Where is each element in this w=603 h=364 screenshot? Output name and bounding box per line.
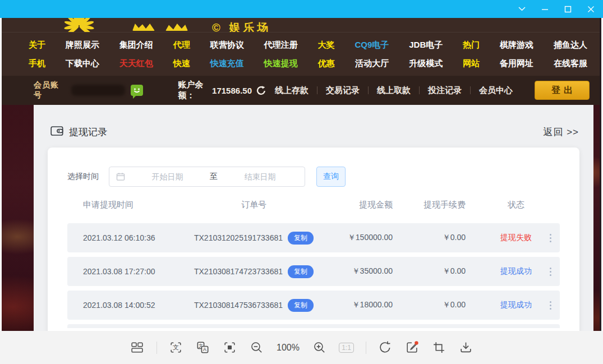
link-member-center[interactable]: 会员中心 xyxy=(471,85,521,96)
window-edge xyxy=(600,18,601,331)
minimize-icon[interactable] xyxy=(538,2,551,16)
nav-item[interactable]: 优惠 xyxy=(318,58,335,69)
one-to-one-button[interactable]: 1:1 xyxy=(339,340,355,356)
copy-button[interactable]: 复制 xyxy=(288,265,314,278)
row-actions-menu-icon[interactable] xyxy=(547,265,554,278)
nav-item[interactable]: 手机 xyxy=(29,58,45,69)
save-icon xyxy=(459,340,473,354)
filter-label: 选择时间 xyxy=(67,172,99,182)
table-row: 2021.03.12 06:10:36 TX210312025191733681… xyxy=(67,223,560,252)
nav-item[interactable]: JDB电子 xyxy=(409,40,443,50)
nav-item[interactable]: CQ9电子 xyxy=(355,40,389,50)
cell-apply-time: 2021.03.08 17:27:00 xyxy=(67,267,174,276)
nav-item[interactable]: 关于 xyxy=(29,40,45,50)
logout-button[interactable]: 登出 xyxy=(535,81,590,100)
link-online-withdrawal[interactable]: 线上取款 xyxy=(369,85,419,96)
nav-item[interactable]: 快速充值 xyxy=(210,58,244,69)
nav-column: 关于 手机 xyxy=(29,40,45,69)
app-window: © 娱乐场 关于 手机 牌照展示 下载中心 集团介绍 天天红包 xyxy=(0,0,603,364)
status-badge: 提现失败 xyxy=(491,233,541,243)
logo-suffix-text: © 娱乐场 xyxy=(212,20,271,32)
fit-screen-button[interactable] xyxy=(222,340,238,356)
copy-button[interactable]: 复制 xyxy=(288,232,314,245)
nav-item[interactable]: 在线客服 xyxy=(554,58,587,69)
nav-item[interactable]: 大奖 xyxy=(318,40,335,50)
nav-item[interactable]: 快速提现 xyxy=(264,58,298,69)
nav-item[interactable]: 捕鱼达人 xyxy=(554,40,587,50)
zoom-in-button[interactable] xyxy=(312,340,328,356)
date-range-picker[interactable]: 至 xyxy=(109,167,305,187)
logo-clipped-text-fragment xyxy=(165,24,188,31)
nav-item[interactable]: 下载中心 xyxy=(66,58,99,69)
nav-column: JDB电子 升级模式 xyxy=(409,40,443,69)
extract-text-button[interactable]: 文 xyxy=(168,340,184,356)
copy-button[interactable]: 复制 xyxy=(288,299,314,312)
fit-screen-icon xyxy=(223,340,237,354)
back-link[interactable]: 返回 >> xyxy=(543,126,579,139)
edit-button[interactable] xyxy=(404,340,420,356)
zoom-in-icon xyxy=(312,340,326,354)
nav-item[interactable]: 活动大厅 xyxy=(355,58,389,69)
cell-amount: ￥150000.00 xyxy=(334,233,421,243)
nav-item[interactable]: 天天红包 xyxy=(119,58,153,69)
maximize-icon[interactable] xyxy=(561,2,574,16)
nav-item[interactable]: 棋牌游戏 xyxy=(500,40,533,50)
member-account-label: 会员账号 xyxy=(34,80,65,100)
date-range-separator: 至 xyxy=(208,172,220,182)
site-header: © 娱乐场 关于 手机 牌照展示 下载中心 集团介绍 天天红包 xyxy=(2,18,600,76)
nav-item[interactable]: 代理注册 xyxy=(264,40,298,50)
nav-item[interactable]: 集团介绍 xyxy=(119,40,153,50)
nav-column: 代理 快速 xyxy=(173,40,190,69)
nav-column: 捕鱼达人 在线客服 xyxy=(554,40,587,69)
nav-item[interactable]: 快速 xyxy=(173,58,190,69)
link-online-deposit[interactable]: 线上存款 xyxy=(266,85,317,96)
nav-column: 大奖 优惠 xyxy=(318,40,335,69)
nav-item[interactable]: 网站 xyxy=(463,58,480,69)
cell-fee: ￥0.00 xyxy=(421,266,491,277)
multi-image-button[interactable] xyxy=(130,340,145,356)
nav-item[interactable]: 热门 xyxy=(463,40,480,50)
multi-image-icon xyxy=(130,340,144,354)
refresh-balance-icon[interactable] xyxy=(256,85,266,96)
translate-button[interactable]: 文 A xyxy=(195,340,211,356)
nav-item[interactable]: 代理 xyxy=(173,40,190,50)
crop-button[interactable] xyxy=(431,340,447,356)
nav-item[interactable]: 升级模式 xyxy=(409,58,443,69)
table-row: 2021.03.08 14:00:52 TX210308147536733681… xyxy=(67,291,560,320)
nav-item[interactable]: 联营协议 xyxy=(210,40,244,50)
row-actions-menu-icon[interactable] xyxy=(547,299,554,312)
header-order-number: 订单号 xyxy=(174,200,334,210)
cell-order-number: TX210308174723733681 xyxy=(194,267,283,276)
link-betting-records[interactable]: 投注记录 xyxy=(420,85,470,96)
nav-item[interactable]: 备用网址 xyxy=(500,58,533,69)
chevron-down-icon[interactable] xyxy=(515,2,528,16)
account-links: 线上存款 交易记录 线上取款 投注记录 会员中心 登出 xyxy=(266,81,591,100)
end-date-input[interactable] xyxy=(220,172,300,181)
title-bar xyxy=(0,0,603,18)
chat-icon[interactable] xyxy=(131,85,143,96)
zoom-out-button[interactable] xyxy=(249,340,265,356)
main-navigation: 关于 手机 牌照展示 下载中心 集团介绍 天天红包 代理 快速 xyxy=(2,32,600,76)
save-button[interactable] xyxy=(458,340,474,356)
link-transaction-records[interactable]: 交易记录 xyxy=(317,85,368,96)
edit-icon xyxy=(405,340,419,354)
member-username-redacted xyxy=(71,85,125,96)
rotate-button[interactable] xyxy=(378,340,393,356)
nav-item[interactable]: 牌照展示 xyxy=(66,40,99,50)
header-status: 状态 xyxy=(491,200,541,210)
row-actions-menu-icon[interactable] xyxy=(547,232,554,245)
image-viewer-toolbar: 文 文 A 100% xyxy=(0,331,603,364)
window-controls xyxy=(515,0,597,18)
svg-text:A: A xyxy=(203,347,206,352)
status-badge: 提现成功 xyxy=(491,266,541,277)
query-button[interactable]: 查询 xyxy=(316,167,346,187)
toolbar-divider xyxy=(156,342,157,354)
start-date-input[interactable] xyxy=(127,172,208,181)
cell-order-number: TX210308147536733681 xyxy=(194,301,283,310)
extract-text-icon: 文 xyxy=(169,340,183,354)
balance-value: 171586.50 xyxy=(212,86,252,95)
page-title-row: 提现记录 返回 >> xyxy=(34,105,593,139)
close-icon[interactable] xyxy=(584,2,597,16)
cell-fee: ￥0.00 xyxy=(421,233,491,243)
nav-column: 棋牌游戏 备用网址 xyxy=(500,40,533,69)
